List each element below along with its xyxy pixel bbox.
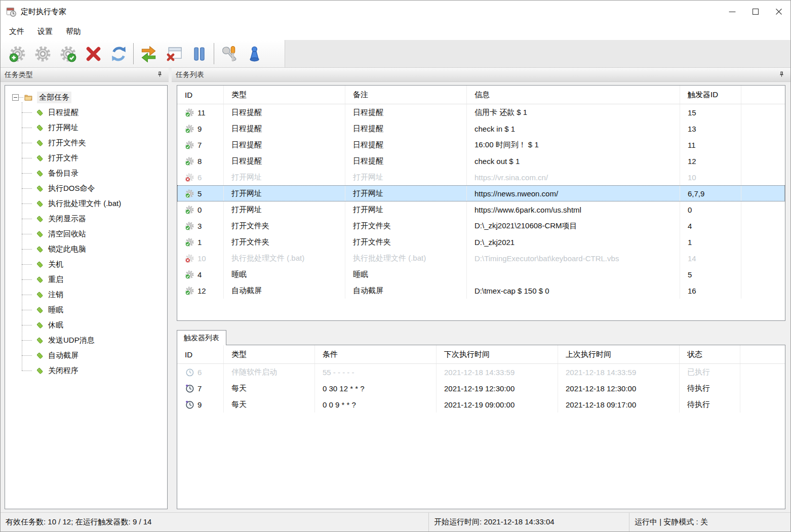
options-button[interactable] [216,42,242,66]
task-row[interactable]: 0 打开网址 打开网址 https://www.6park.com/us.sht… [177,201,785,218]
trigger-row[interactable]: 6 伴随软件启动 55 - - - - - 2021-12-18 14:33:5… [177,364,785,380]
delete-task-button[interactable] [81,42,106,66]
task-row[interactable]: 4 睡眠 睡眠 5 [177,266,785,282]
stop-task-button[interactable] [161,42,186,66]
task-info [467,266,680,282]
task-row[interactable]: 1 打开文件夹 打开文件夹 D:\_zkj2021 1 [177,234,785,250]
task-state-icon [185,237,194,247]
task-row[interactable]: 7 日程提醒 日程提醒 16:00 时间到！ $ 1 11 [177,137,785,153]
tree-item-日程提醒[interactable]: 日程提醒 [8,105,165,120]
task-note: 日程提醒 [345,153,467,169]
tree-item-发送UDP消息[interactable]: 发送UDP消息 [8,333,165,348]
task-row[interactable]: 11 日程提醒 日程提醒 信用卡 还款 $ 1 15 [177,104,785,120]
tree-item-锁定此电脑[interactable]: 锁定此电脑 [8,241,165,257]
tag-icon [35,351,44,360]
task-state-icon [185,189,194,198]
trigger-condition: 0 30 12 * * ? [315,380,437,396]
run-now-button[interactable] [136,42,161,66]
column-header-filler [741,86,785,104]
column-header[interactable]: 备注 [345,86,467,104]
tree-item-关闭程序[interactable]: 关闭程序 [8,363,165,378]
tree-item-label: 备份目录 [48,169,78,178]
task-row[interactable]: 10 执行批处理文件 (.bat) 执行批处理文件 (.bat) D:\Timi… [177,250,785,266]
tree-item-备份目录[interactable]: 备份目录 [8,166,165,181]
task-row[interactable]: 5 打开网址 打开网址 https://news.nweon.com/ 6,7,… [177,185,785,201]
tree-item-打开文件夹[interactable]: 打开文件夹 [8,135,165,150]
tree-item-label: 关闭显示器 [48,214,86,224]
column-header[interactable]: 上次执行时间 [558,345,680,363]
column-header[interactable]: 状态 [680,345,740,363]
task-id: 10 [197,254,206,263]
tree-item-打开文件[interactable]: 打开文件 [8,150,165,166]
tree-item-重启[interactable]: 重启 [8,272,165,287]
task-row[interactable]: 8 日程提醒 日程提醒 check out $ 1 12 [177,153,785,169]
column-header[interactable]: 下次执行时间 [437,345,558,363]
pause-button[interactable] [186,42,212,66]
tree-item-打开网址[interactable]: 打开网址 [8,120,165,135]
column-header[interactable]: 条件 [315,345,437,363]
add-task-button[interactable] [5,42,30,66]
menu-settings[interactable]: 设置 [31,24,59,39]
tree-item-执行DOS命令[interactable]: 执行DOS命令 [8,181,165,196]
enable-task-button[interactable] [55,42,81,66]
task-list-panel-header: 任务列表 [172,68,790,82]
tree-root-all-tasks[interactable]: 全部任务 [8,90,165,105]
folder-icon [23,93,33,102]
edit-task-button[interactable] [30,42,55,66]
tree-item-关闭显示器[interactable]: 关闭显示器 [8,211,165,226]
tools-icon [220,45,238,63]
column-header[interactable]: 触发器ID [680,86,741,104]
row-filler [741,201,785,218]
row-filler [741,153,785,169]
column-header[interactable]: 类型 [224,86,345,104]
row-filler [741,282,785,299]
tag-icon [35,184,44,193]
trigger-state-icon [185,400,194,410]
minimize-button[interactable] [721,1,744,23]
task-row[interactable]: 12 自动截屏 自动截屏 D:\tmex-cap $ 150 $ 0 16 [177,282,785,299]
task-trigger-id: 10 [680,169,741,185]
trigger-id: 9 [197,400,202,409]
collapse-expander-icon[interactable] [12,94,19,101]
task-list-panel: 任务列表 ID类型备注信息触发器ID 11 日程提醒 日程提醒 信用卡 还款 $… [172,68,790,512]
pin-button-right[interactable] [776,70,786,80]
refresh-button[interactable] [106,42,131,66]
window-x-icon [165,45,183,63]
task-row[interactable]: 6 打开网址 打开网址 https://vr.sina.com.cn/ 10 [177,169,785,185]
tree-item-label: 关机 [48,260,63,269]
status-bar: 有效任务数: 10 / 12; 在运行触发器数: 9 / 14 开始运行时间: … [1,512,790,531]
pin-button-left[interactable] [154,70,165,80]
task-type-panel: 任务类型 全部任务 日程提醒 打开网址 打开文件夹 打开文件 [1,68,169,512]
tree-item-自动截屏[interactable]: 自动截屏 [8,348,165,363]
column-header[interactable]: ID [177,86,224,104]
pin-icon [778,71,785,78]
task-row[interactable]: 3 打开文件夹 打开文件夹 D:\_zkj2021\210608-CRM项目 4 [177,218,785,234]
tag-icon [35,366,44,375]
menu-file[interactable]: 文件 [3,24,31,39]
tree-item-休眠[interactable]: 休眠 [8,317,165,333]
about-button[interactable] [242,42,267,66]
tree-item-label: 清空回收站 [48,229,86,239]
trigger-row[interactable]: 7 每天 0 30 12 * * ? 2021-12-19 12:30:00 2… [177,380,785,396]
maximize-button[interactable] [744,1,767,23]
task-type: 打开网址 [224,169,345,185]
trigger-row[interactable]: 9 每天 0 0 9 * * ? 2021-12-19 09:00:00 202… [177,396,785,413]
tree-item-清空回收站[interactable]: 清空回收站 [8,226,165,241]
column-header[interactable]: 信息 [467,86,680,104]
task-type: 打开网址 [224,201,345,218]
task-info: 信用卡 还款 $ 1 [467,104,680,120]
tree-item-执行批处理文件 (.bat)[interactable]: 执行批处理文件 (.bat) [8,196,165,211]
toolbar-divider [214,43,214,64]
tree-item-关机[interactable]: 关机 [8,257,165,272]
task-id: 3 [197,222,202,230]
task-row[interactable]: 9 日程提醒 日程提醒 check in $ 1 13 [177,120,785,137]
toolbar-divider [133,43,134,64]
tab-trigger-list[interactable]: 触发器列表 [177,330,226,345]
column-header[interactable]: 类型 [224,345,315,363]
menu-help[interactable]: 帮助 [59,24,88,39]
column-header[interactable]: ID [177,345,224,363]
tree-item-睡眠[interactable]: 睡眠 [8,302,165,317]
tree-item-注销[interactable]: 注销 [8,287,165,302]
close-button[interactable] [767,1,790,23]
row-filler [741,137,785,153]
